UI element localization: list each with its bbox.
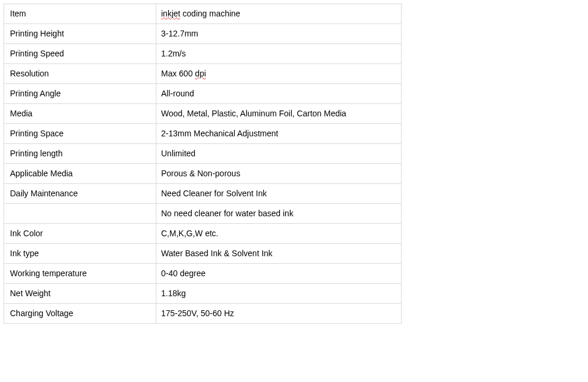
spec-label: Daily Maintenance xyxy=(4,184,156,204)
table-row: Printing Speed1.2m/s xyxy=(4,44,402,64)
table-row: Printing AngleAll-round xyxy=(4,84,402,104)
spec-value: Porous & Non-porous xyxy=(156,164,402,184)
spec-value: C,M,K,G,W etc. xyxy=(156,224,402,244)
spec-value: Wood, Metal, Plastic, Aluminum Foil, Car… xyxy=(156,104,402,124)
table-row: No need cleaner for water based ink xyxy=(4,204,402,224)
spec-value: 3-12.7mm xyxy=(156,24,402,44)
table-row: Working temperature0-40 degree xyxy=(4,264,402,284)
spec-value: 1.2m/s xyxy=(156,44,402,64)
spec-label xyxy=(4,204,156,224)
spec-value: inkjet coding machine xyxy=(156,4,402,24)
spec-label: Ink type xyxy=(4,244,156,264)
table-row: Net Weight1.18kg xyxy=(4,284,402,304)
table-row: Printing lengthUnlimited xyxy=(4,144,402,164)
spec-label: Applicable Media xyxy=(4,164,156,184)
spec-label: Printing Height xyxy=(4,24,156,44)
table-row: ResolutionMax 600 dpi xyxy=(4,64,402,84)
spellcheck-squiggle: inkjet xyxy=(161,9,181,18)
spec-value: 175-250V, 50-60 Hz xyxy=(156,304,402,324)
spec-value: 1.18kg xyxy=(156,284,402,304)
spec-label: Item xyxy=(4,4,156,24)
spec-label: Charging Voltage xyxy=(4,304,156,324)
spec-value: 0-40 degree xyxy=(156,264,402,284)
table-row: Iteminkjet coding machine xyxy=(4,4,402,24)
table-row: Printing Height3-12.7mm xyxy=(4,24,402,44)
table-row: Applicable MediaPorous & Non-porous xyxy=(4,164,402,184)
spec-label: Printing Speed xyxy=(4,44,156,64)
spec-value: Need Cleaner for Solvent Ink xyxy=(156,184,402,204)
spec-value: Water Based Ink & Solvent Ink xyxy=(156,244,402,264)
spec-value: Max 600 dpi xyxy=(156,64,402,84)
spec-label: Media xyxy=(4,104,156,124)
spec-label: Resolution xyxy=(4,64,156,84)
spec-table-body: Iteminkjet coding machinePrinting Height… xyxy=(4,4,402,324)
table-row: Ink typeWater Based Ink & Solvent Ink xyxy=(4,244,402,264)
spec-value: No need cleaner for water based ink xyxy=(156,204,402,224)
table-row: Printing Space2-13mm Mechanical Adjustme… xyxy=(4,124,402,144)
table-row: Daily MaintenanceNeed Cleaner for Solven… xyxy=(4,184,402,204)
spellcheck-squiggle: dpi xyxy=(195,69,206,78)
spec-label: Ink Color xyxy=(4,224,156,244)
table-row: MediaWood, Metal, Plastic, Aluminum Foil… xyxy=(4,104,402,124)
spec-label: Printing Angle xyxy=(4,84,156,104)
spec-label: Printing Space xyxy=(4,124,156,144)
spec-value: Unlimited xyxy=(156,144,402,164)
spec-label: Working temperature xyxy=(4,264,156,284)
spec-table: Iteminkjet coding machinePrinting Height… xyxy=(4,4,402,324)
table-row: Charging Voltage175-250V, 50-60 Hz xyxy=(4,304,402,324)
spec-value: 2-13mm Mechanical Adjustment xyxy=(156,124,402,144)
spec-label: Net Weight xyxy=(4,284,156,304)
spec-label: Printing length xyxy=(4,144,156,164)
table-row: Ink ColorC,M,K,G,W etc. xyxy=(4,224,402,244)
spec-value: All-round xyxy=(156,84,402,104)
